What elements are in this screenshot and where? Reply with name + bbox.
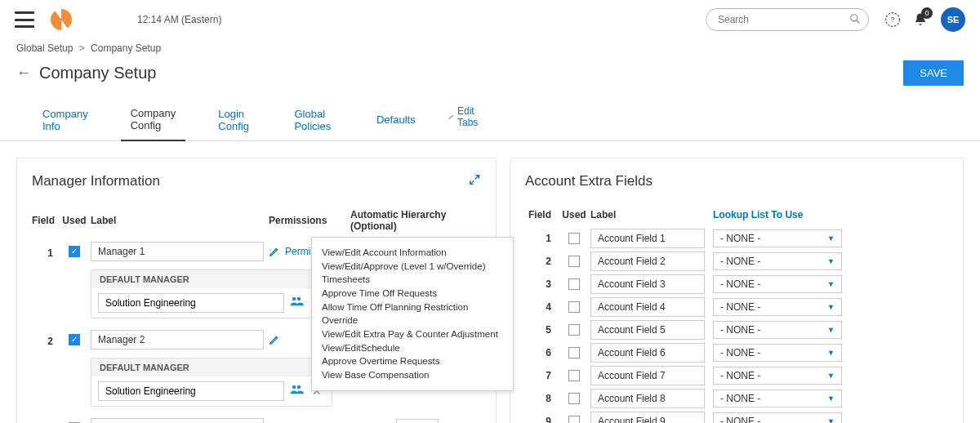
tab-company-info[interactable]: Company Info [33, 101, 98, 140]
panels: Manager Information Field Used Label Per… [0, 141, 980, 423]
extra-label-input[interactable] [590, 366, 705, 385]
used-checkbox[interactable] [568, 256, 580, 267]
svg-point-4 [292, 297, 296, 301]
manager-row: 3 Permissions # Levels: All▼ [32, 415, 481, 423]
lookup-select[interactable]: - NONE -▼ [713, 229, 842, 247]
used-checkbox[interactable] [568, 393, 580, 404]
manager-label-input[interactable] [91, 418, 264, 423]
extra-label-input[interactable] [590, 343, 705, 363]
bell-icon[interactable]: 0 [911, 11, 929, 29]
lookup-select[interactable]: - NONE -▼ [713, 252, 842, 270]
extra-label-input[interactable] [590, 274, 705, 294]
extra-row: 2- NONE -▼ [525, 250, 948, 273]
search-icon[interactable] [849, 13, 861, 24]
topbar: 12:14 AM (Eastern) ? 0 SE [0, 0, 980, 39]
used-checkbox[interactable] [69, 334, 80, 345]
extra-label-input[interactable] [590, 229, 705, 248]
used-checkbox[interactable] [568, 370, 580, 381]
search-input[interactable] [706, 8, 869, 31]
extra-row: 8- NONE -▼ [525, 387, 948, 410]
tab-global-policies[interactable]: Global Policies [284, 101, 344, 140]
extra-label-input[interactable] [590, 389, 705, 408]
help-icon[interactable]: ? [884, 11, 902, 29]
extra-label-input[interactable] [590, 297, 705, 317]
page-title: Company Setup [39, 64, 156, 82]
used-checkbox[interactable] [568, 324, 580, 336]
extra-field-num: 1 [525, 233, 558, 244]
breadcrumb-item[interactable]: Company Setup [76, 42, 161, 54]
extra-row: 6- NONE -▼ [525, 341, 948, 364]
svg-line-1 [857, 20, 860, 24]
svg-point-7 [297, 385, 301, 390]
manager-table-header: Field Used Label Permissions Automatic H… [32, 209, 481, 232]
svg-text:?: ? [890, 16, 894, 24]
levels-select[interactable]: All▼ [396, 419, 439, 423]
manager-panel-title: Manager Information [32, 173, 481, 189]
extra-row: 5- NONE -▼ [525, 318, 948, 341]
extra-field-num: 4 [525, 301, 558, 313]
bell-badge: 0 [921, 7, 933, 19]
group-icon[interactable] [289, 296, 304, 310]
extra-field-num: 6 [525, 347, 558, 358]
group-icon[interactable] [289, 384, 304, 399]
default-manager-input[interactable] [98, 381, 284, 401]
timezone-label: 12:14 AM (Eastern) [137, 14, 221, 25]
tab-defaults[interactable]: Defaults [367, 107, 425, 134]
extra-field-num: 2 [525, 256, 558, 267]
used-checkbox[interactable] [568, 233, 580, 244]
extra-field-num: 5 [525, 324, 558, 336]
breadcrumb: Global Setup Company Setup [0, 39, 980, 60]
extra-panel-title: Account Extra Fields [525, 173, 948, 189]
lookup-select[interactable]: - NONE -▼ [713, 298, 842, 316]
tabs: Company Info Company Config Login Config… [0, 91, 980, 141]
pencil-icon[interactable] [269, 246, 280, 257]
pencil-icon[interactable] [269, 334, 280, 345]
menu-icon[interactable] [15, 11, 34, 28]
extra-field-num: 7 [525, 370, 558, 381]
extra-row: 4- NONE -▼ [525, 296, 948, 318]
extra-label-input[interactable] [590, 252, 705, 271]
manager-info-panel: Manager Information Field Used Label Per… [16, 158, 497, 423]
lookup-select[interactable]: - NONE -▼ [713, 367, 842, 385]
lookup-select[interactable]: - NONE -▼ [713, 275, 842, 293]
used-checkbox[interactable] [568, 278, 580, 290]
lookup-select[interactable]: - NONE -▼ [713, 412, 842, 423]
used-checkbox[interactable] [568, 301, 580, 313]
used-checkbox[interactable] [568, 416, 580, 423]
breadcrumb-item[interactable]: Global Setup [16, 42, 73, 54]
tab-login-config[interactable]: Login Config [208, 101, 261, 140]
svg-point-6 [292, 385, 296, 390]
extra-label-input[interactable] [590, 320, 705, 340]
lookup-select[interactable]: - NONE -▼ [713, 390, 842, 407]
save-button[interactable]: SAVE [903, 60, 964, 86]
pencil-icon [448, 112, 454, 122]
tab-company-config[interactable]: Company Config [121, 100, 186, 141]
manager-label-input[interactable] [91, 242, 264, 261]
extra-field-num: 9 [525, 416, 558, 423]
extra-row: 9- NONE -▼ [525, 410, 948, 423]
edit-tabs-link[interactable]: Edit Tabs [448, 105, 482, 136]
svg-point-0 [851, 15, 858, 21]
extra-field-num: 8 [525, 393, 558, 404]
extra-table-header: Field Used Label Lookup List To Use [525, 209, 948, 220]
used-checkbox[interactable] [568, 347, 580, 358]
extra-field-num: 3 [525, 278, 558, 290]
panel-expand-icon[interactable] [468, 173, 481, 189]
back-arrow-icon[interactable]: ← [16, 65, 31, 82]
extra-row: 1- NONE -▼ [525, 227, 948, 250]
logo[interactable] [51, 9, 72, 30]
default-manager-input[interactable] [98, 293, 284, 313]
extra-rows: 1- NONE -▼2- NONE -▼3- NONE -▼4- NONE -▼… [525, 227, 948, 423]
avatar[interactable]: SE [941, 7, 965, 32]
extra-label-input[interactable] [590, 412, 705, 423]
manager-label-input[interactable] [91, 330, 264, 350]
extra-row: 7- NONE -▼ [525, 364, 948, 387]
lookup-select[interactable]: - NONE -▼ [713, 344, 842, 362]
page-head: ← Company Setup SAVE [0, 60, 980, 91]
lookup-select[interactable]: - NONE -▼ [713, 321, 842, 339]
permissions-tooltip: View/Edit Account Information View/Edit/… [311, 237, 514, 391]
default-manager-block: DEFAULT MANAGER ✕ [91, 269, 332, 318]
used-checkbox[interactable] [69, 246, 80, 257]
default-manager-block: DEFAULT MANAGER ✕ [91, 358, 332, 407]
svg-point-5 [297, 297, 301, 301]
